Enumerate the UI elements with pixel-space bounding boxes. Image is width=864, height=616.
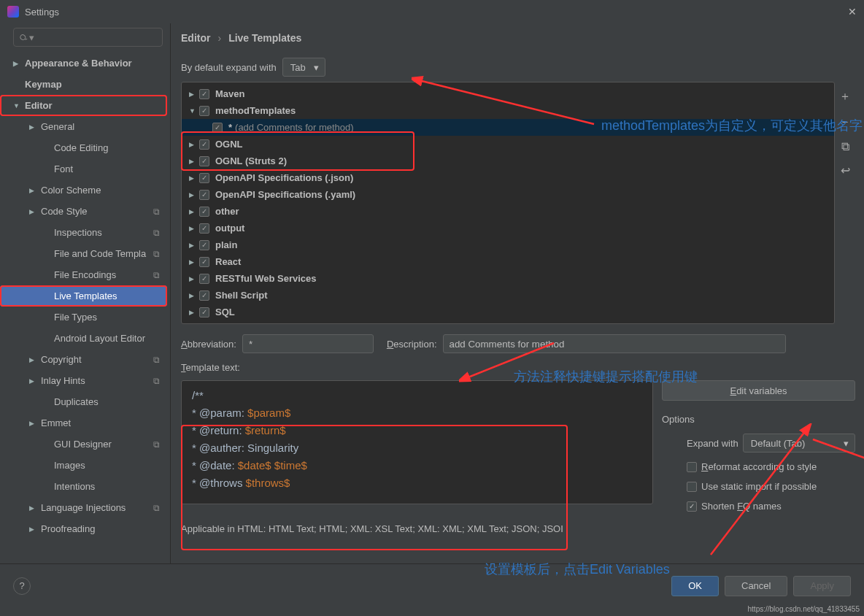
- template-checkbox[interactable]: [199, 274, 209, 284]
- remove-icon[interactable]: －: [839, 115, 851, 130]
- apply-button[interactable]: Apply: [793, 576, 851, 596]
- template-row[interactable]: ▶other: [182, 203, 834, 220]
- sidebar-item-android-layout-editor[interactable]: Android Layout Editor: [0, 328, 167, 349]
- sidebar-item-label: Inlay Hints: [41, 375, 85, 386]
- nav-tree: ▶Appearance & BehaviorKeymap▼Editor▶Gene…: [0, 53, 170, 563]
- chevron-icon: ▼: [13, 102, 22, 109]
- project-scope-icon: ⧉: [153, 249, 160, 259]
- chevron-icon: ▶: [189, 91, 199, 98]
- sidebar-item-keymap[interactable]: Keymap: [0, 74, 167, 95]
- reformat-checkbox[interactable]: [687, 462, 697, 472]
- sidebar-item-file-and-code-templa[interactable]: File and Code Templa⧉: [0, 243, 167, 264]
- cancel-button[interactable]: Cancel: [725, 576, 787, 596]
- copy-icon[interactable]: ⧉: [841, 140, 849, 153]
- sidebar-item-intentions[interactable]: Intentions: [0, 476, 167, 497]
- template-row[interactable]: ▶Shell Script: [182, 287, 834, 304]
- sidebar-item-appearance-behavior[interactable]: ▶Appearance & Behavior: [0, 53, 167, 74]
- sidebar-item-file-encodings[interactable]: File Encodings⧉: [0, 264, 167, 285]
- sidebar-item-label: Color Scheme: [41, 185, 101, 196]
- static-import-checkbox[interactable]: [687, 482, 697, 492]
- sidebar-item-label: Editor: [25, 100, 53, 111]
- chevron-icon: ▶: [189, 258, 199, 266]
- sidebar-item-code-style[interactable]: ▶Code Style⧉: [0, 201, 167, 222]
- abbrev-input[interactable]: [242, 334, 374, 353]
- sidebar-item-label: GUI Designer: [54, 439, 112, 450]
- chevron-icon: ▶: [189, 174, 199, 182]
- project-scope-icon: ⧉: [153, 439, 160, 450]
- search-input[interactable]: ▾: [13, 28, 163, 47]
- template-row[interactable]: ▶RESTful Web Services: [182, 270, 834, 287]
- template-name: other: [215, 206, 239, 217]
- sidebar-item-gui-designer[interactable]: GUI Designer⧉: [0, 434, 167, 455]
- abbrev-label: AAbbreviation:bbreviation:: [181, 339, 236, 350]
- template-row[interactable]: ▶plain: [182, 236, 834, 253]
- template-checkbox[interactable]: [199, 223, 209, 234]
- chevron-icon: ▼: [189, 107, 199, 115]
- template-checkbox[interactable]: [199, 89, 209, 99]
- template-row[interactable]: ▶SQL: [182, 304, 834, 320]
- sidebar-item-images[interactable]: Images: [0, 455, 167, 476]
- template-row[interactable]: ▶Maven: [182, 85, 834, 102]
- sidebar-item-label: Appearance & Behavior: [25, 58, 132, 69]
- sidebar-item-duplicates[interactable]: Duplicates: [0, 391, 167, 412]
- template-row[interactable]: ▶OpenAPI Specifications (.yaml): [182, 186, 834, 203]
- sidebar-item-live-templates[interactable]: Live Templates: [0, 285, 167, 307]
- revert-icon[interactable]: ↩: [841, 163, 850, 177]
- shorten-fq-checkbox[interactable]: [687, 501, 697, 512]
- sidebar-item-inlay-hints[interactable]: ▶Inlay Hints⧉: [0, 370, 167, 391]
- template-list[interactable]: ▶Maven▼methodTemplates* (add Comments fo…: [181, 82, 835, 324]
- chevron-icon: ▶: [189, 191, 199, 199]
- description-input[interactable]: [443, 334, 786, 353]
- expand-with-combo[interactable]: Default (Tab): [743, 434, 855, 453]
- help-button[interactable]: ?: [13, 577, 31, 595]
- sidebar-item-color-scheme[interactable]: ▶Color Scheme: [0, 180, 167, 201]
- template-row[interactable]: ▶output: [182, 220, 834, 236]
- template-text-label: Template text:: [181, 362, 855, 373]
- template-row[interactable]: ▶React: [182, 253, 834, 270]
- template-checkbox[interactable]: [199, 190, 209, 200]
- sidebar-item-font[interactable]: Font: [0, 158, 167, 180]
- sidebar-item-general[interactable]: ▶General: [0, 116, 167, 137]
- template-checkbox[interactable]: [199, 290, 209, 301]
- template-checkbox[interactable]: [199, 240, 209, 250]
- close-icon[interactable]: ✕: [848, 6, 857, 18]
- red-highlight-code: [181, 425, 568, 550]
- template-checkbox[interactable]: [199, 106, 209, 116]
- chevron-icon: ▶: [29, 123, 38, 131]
- sidebar-item-copyright[interactable]: ▶Copyright⧉: [0, 349, 167, 370]
- app-icon: [7, 6, 19, 18]
- sidebar-item-emmet[interactable]: ▶Emmet: [0, 412, 167, 434]
- sidebar-item-code-editing[interactable]: Code Editing: [0, 137, 167, 158]
- sidebar-item-label: File and Code Templa: [54, 248, 146, 259]
- chevron-icon: ▶: [189, 275, 199, 282]
- sidebar-item-label: File Types: [54, 312, 97, 323]
- options-title: Options: [662, 414, 855, 425]
- chevron-icon: ▶: [189, 292, 199, 299]
- sidebar-item-label: General: [41, 121, 74, 132]
- sidebar-item-file-types[interactable]: File Types: [0, 307, 167, 328]
- template-row[interactable]: ▼methodTemplates: [182, 102, 834, 119]
- sidebar-item-label: Font: [54, 163, 73, 174]
- template-checkbox[interactable]: [199, 173, 209, 183]
- template-name: RESTful Web Services: [215, 273, 316, 284]
- add-icon[interactable]: ＋: [839, 89, 851, 104]
- template-checkbox[interactable]: [199, 207, 209, 217]
- sidebar-item-inspections[interactable]: Inspections⧉: [0, 222, 167, 243]
- chevron-icon: ▶: [189, 242, 199, 249]
- sidebar-item-proofreading[interactable]: ▶Proofreading: [0, 518, 167, 539]
- expand-default-combo[interactable]: Tab: [282, 58, 325, 77]
- template-row[interactable]: ▶OpenAPI Specifications (.json): [182, 169, 834, 186]
- shorten-fq-label: Shorten FQ names: [701, 501, 782, 512]
- template-name: output: [215, 223, 244, 234]
- reformat-label: Reformat according to style: [701, 461, 817, 472]
- sidebar-item-label: Emmet: [41, 417, 71, 428]
- sidebar-item-language-injections[interactable]: ▶Language Injections⧉: [0, 497, 167, 518]
- chevron-icon: ▶: [29, 504, 38, 512]
- template-checkbox[interactable]: [199, 257, 209, 267]
- sidebar-item-label: Keymap: [25, 79, 62, 90]
- breadcrumb-editor[interactable]: Editor: [181, 32, 210, 44]
- edit-variables-button[interactable]: Edit variables: [662, 380, 855, 401]
- ok-button[interactable]: OK: [671, 576, 719, 596]
- sidebar-item-editor[interactable]: ▼Editor: [0, 95, 167, 116]
- template-checkbox[interactable]: [199, 307, 209, 317]
